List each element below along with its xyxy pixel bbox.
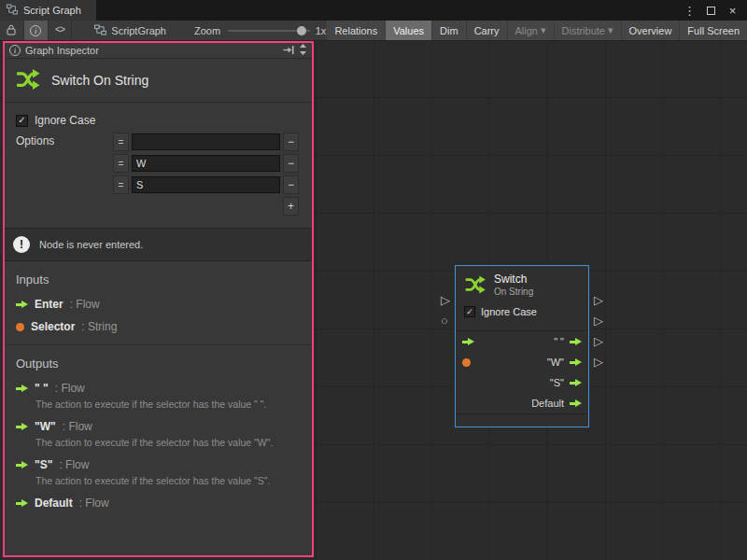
zoom-slider[interactable] [228, 25, 310, 36]
flow-output-port-icon[interactable] [570, 399, 582, 408]
fullscreen-label: Full Screen [687, 25, 740, 36]
zoom-label: Zoom [194, 25, 220, 36]
flow-output-port-icon[interactable] [570, 338, 582, 346]
remove-option-button[interactable]: − [283, 133, 299, 151]
flow-output-port-icon[interactable] [570, 379, 582, 387]
flow-output-port-icon[interactable] [570, 358, 582, 367]
node-title: Switch [494, 273, 533, 286]
output-flow-stub-icon[interactable]: ▷ [594, 335, 603, 348]
close-icon[interactable]: × [725, 3, 740, 19]
flow-port-icon [16, 423, 28, 431]
flow-port-icon [16, 499, 28, 508]
output-flow-stub-icon[interactable]: ▷ [594, 356, 603, 369]
graph-asset-icon [94, 24, 106, 37]
drag-handle-icon[interactable]: = [113, 154, 129, 173]
maximize-icon[interactable] [703, 3, 719, 19]
zoom-value: 1x [316, 25, 327, 36]
lock-button[interactable] [0, 21, 24, 40]
input-flow-stub-icon[interactable]: ▷ [441, 294, 450, 307]
node-ports: " " "W" "S" Default [456, 331, 588, 413]
port-name: " " [35, 382, 49, 395]
inspector-header[interactable]: i Graph Inspector [5, 43, 312, 59]
port-type: : String [81, 320, 117, 333]
outputs-header: Outputs [16, 357, 301, 371]
node-subtitle: On String [494, 287, 533, 297]
align-label: Align [515, 25, 538, 36]
inspected-node-title-row: Switch On String [5, 59, 312, 103]
flow-port-icon [16, 385, 28, 393]
dim-label: Dim [440, 25, 458, 36]
port-name: Default [35, 497, 73, 510]
input-value-stub-icon[interactable]: ○ [441, 315, 448, 328]
output-port-label: "S" [550, 377, 564, 388]
dock-icon[interactable] [283, 45, 294, 57]
inspector-title: Graph Inspector [25, 45, 99, 56]
option-row: = − [113, 175, 299, 195]
port-row: "W" [456, 352, 588, 372]
tab-script-graph[interactable]: Script Graph [0, 0, 96, 21]
carry-label: Carry [474, 25, 500, 36]
distribute-button[interactable]: Distribute▾ [555, 21, 621, 40]
value-port-icon [16, 323, 24, 331]
graph-name-label: ScriptGraph [111, 25, 166, 36]
values-label: Values [393, 25, 424, 36]
overview-button[interactable]: Overview [622, 21, 680, 40]
maximize-square [707, 7, 715, 15]
switch-on-string-node[interactable]: Switch On String ✓ Ignore Case " " "W" [455, 265, 589, 427]
warning-text: Node is never entered. [39, 239, 143, 250]
options-row: Options = − = − = − + [5, 127, 312, 216]
inspected-node-title: Switch On String [51, 73, 148, 88]
inspector-toggle-button[interactable]: i [24, 21, 49, 40]
port-name: Enter [35, 298, 63, 311]
reorder-icon[interactable] [299, 43, 307, 58]
port-name: "W" [35, 420, 56, 433]
info-icon: i [30, 25, 41, 36]
carry-button[interactable]: Carry [467, 21, 507, 40]
option-row: = − [113, 132, 299, 152]
remove-option-button[interactable]: − [283, 154, 299, 173]
node-ignore-case-label: Ignore Case [481, 306, 537, 317]
edit-script-button[interactable]: <> [49, 21, 73, 40]
fullscreen-button[interactable]: Full Screen [680, 21, 747, 40]
zoom-slider-handle[interactable] [297, 26, 306, 35]
script-graph-icon [7, 4, 18, 17]
dropdown-arrow-icon: ▾ [541, 24, 546, 36]
drag-handle-icon[interactable]: = [113, 133, 129, 151]
enter-flow-port-icon[interactable] [462, 338, 474, 346]
port-name: Selector [31, 320, 75, 333]
node-ignore-case-checkbox[interactable]: ✓ [464, 306, 475, 317]
option-input[interactable] [132, 133, 280, 150]
port-description: The action to execute if the selector ha… [35, 437, 301, 449]
distribute-label: Distribute [562, 25, 605, 36]
option-input[interactable] [132, 155, 280, 172]
port-type: : Flow [59, 458, 89, 471]
flow-port-icon [16, 461, 28, 469]
graph-breadcrumb[interactable]: ScriptGraph [94, 24, 166, 37]
script-graph-window: Script Graph ⋮ × i <> ScriptGraph Zoom [0, 0, 747, 560]
options-footer: + [113, 197, 299, 216]
ignore-case-checkbox[interactable]: ✓ [16, 115, 28, 127]
align-button[interactable]: Align▾ [508, 21, 554, 40]
window-controls: ⋮ × [682, 3, 747, 19]
port-description: The action to execute if the selector ha… [35, 399, 301, 411]
option-row: = − [113, 153, 299, 174]
drag-handle-icon[interactable]: = [113, 175, 129, 194]
option-input[interactable] [132, 176, 280, 193]
node-header[interactable]: Switch On String ✓ Ignore Case [456, 266, 588, 331]
dim-button[interactable]: Dim [432, 21, 466, 40]
relations-label: Relations [334, 25, 377, 36]
values-button[interactable]: Values [386, 21, 431, 40]
output-row: " " : Flow [16, 382, 301, 395]
output-port-label: "W" [547, 357, 564, 368]
remove-option-button[interactable]: − [283, 175, 299, 194]
output-flow-stub-icon[interactable]: ▷ [594, 315, 603, 328]
output-row: Default : Flow [16, 497, 301, 510]
add-option-button[interactable]: + [283, 197, 299, 216]
menu-kebab-icon[interactable]: ⋮ [682, 3, 698, 19]
relations-button[interactable]: Relations [327, 21, 385, 40]
output-flow-stub-icon[interactable]: ▷ [594, 294, 603, 307]
port-name: "S" [35, 458, 52, 471]
selector-value-port-icon[interactable] [462, 358, 471, 367]
input-row: Enter : Flow [16, 298, 301, 311]
code-icon: <> [55, 25, 64, 35]
